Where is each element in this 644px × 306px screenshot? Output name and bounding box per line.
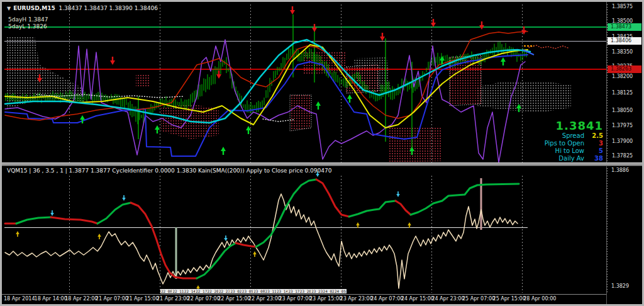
mini-timestamp: 22_23 [218,289,231,293]
mini-timestamp: 23_14 [276,289,289,293]
sell-arrow-icon [290,6,295,14]
buy-arrow-icon [16,231,19,237]
buy-arrow-icon [155,125,160,133]
time-axis-label: 18 Apr 14:00 [35,296,67,302]
buy-arrow-icon [221,147,226,155]
mini-timestamp: 22_11 [172,289,184,293]
signal-red-segment [131,203,197,278]
price-tick: 1.38200 [612,74,633,79]
time-axis-label: 18 Apr 2014 [4,296,35,302]
bid-price-display: 1.3841 [545,119,603,132]
time-axis-label: 28 Apr 00:00 [523,296,556,302]
indicator-header: VQM15 | 36 , 3.5 , 1 | 1.3877 1.3877 Cyc… [7,167,331,174]
time-axis[interactable]: 18 Apr 201418 Apr 14:0018 Apr 22:0021 Ap… [2,296,642,305]
red-dotted-cloud [136,75,150,86]
mini-timestamp: 22_17 [195,289,208,293]
spread-label: Spread [562,132,584,140]
symbol-timeframe: EURUSD,M15 [13,5,55,11]
mini-timestamp: 23_02 [230,289,242,293]
time-axis-label: 23 Apr 23:00 [340,296,373,302]
buy-arrow-icon [501,57,506,65]
pips-to-open-value: 3 [589,140,603,147]
buy-arrow-icon [246,126,251,134]
time-axis-label: 21 Apr 07:00 [96,296,128,302]
mini-timestamp: 23_23 [311,289,323,293]
ohlc-values: 1.38437 1.38437 1.38390 1.38406 [58,5,157,11]
indicator-axis-max: 1.3886 [611,167,629,173]
panel-divider[interactable] [2,162,642,166]
signal-green-segment [16,217,51,224]
buy-arrow-icon [97,234,101,239]
price-tick: 1.38350 [612,49,633,55]
current-price-tag: 1.38406 [608,37,641,45]
signal-red-segment [51,217,97,224]
sell-arrow-icon [479,21,484,30]
time-axis-label: 24 Apr 15:00 [401,296,434,302]
price-tick: 1.37975 [612,123,633,128]
symbol-dropdown-icon[interactable]: ▼ [7,6,11,11]
info-row-spread: Spread 2.5 [545,132,603,140]
time-axis-label: 21 Apr 23:00 [157,296,189,302]
mini-timestamp: 23_08 [253,289,265,293]
red-dotted-cloud [290,95,311,131]
market-info-panel: 1.3841 Spread 2.5 Pips to Open 3 Hi to L… [545,119,603,162]
mini-timestamp: 23_20 [299,289,312,293]
mini-timestamp: 22_08 [160,289,173,293]
five-day-low-price-tag: 1.38263 [608,65,641,73]
price-tick: 1.37825 [612,153,633,159]
time-axis-label: 18 Apr 22:00 [65,296,97,302]
mini-timestamp: 22_20 [207,289,219,293]
signal-green-segment [197,243,236,278]
signal-green-segment [349,201,396,217]
sell-arrow-icon [110,57,115,65]
buy-arrow-icon [347,94,352,103]
time-axis-label: 21 Apr 15:00 [126,296,158,302]
time-axis-label: 23 Apr 15:00 [309,296,342,302]
sell-arrow-icon [431,19,436,27]
time-axis-label: 24 Apr 07:00 [370,296,403,302]
mini-timestamp: 22_14 [184,289,196,293]
time-axis-label: 22 Apr 07:00 [187,296,220,302]
mini-timestamp: 23_17 [287,289,300,293]
sell-arrow-icon [396,191,400,197]
dotted-trail [529,45,568,48]
info-row-hi-to-low: Hi to Low 5 [545,147,603,155]
time-axis-label: 22 Apr 15:00 [218,296,250,302]
info-row-pips-to-open: Pips to Open 3 [545,140,603,147]
pips-to-open-label: Pips to Open [545,140,584,147]
five-day-low-label: 5dayL 1.3826 [8,23,47,30]
buy-arrow-icon [316,101,321,110]
info-row-daily-av: Daily Av 38 [545,155,603,162]
sell-arrow-icon [224,235,228,241]
sell-arrow-icon [122,195,126,201]
signal-red-segment [396,201,411,215]
signal-red-segment [236,243,256,247]
mini-timestamp: 24_02 [323,289,335,293]
price-tick: 1.38125 [612,90,633,96]
price-tick: 1.38575 [612,4,633,9]
signal-green-segment [97,203,131,224]
price-tick: 1.37900 [612,139,633,144]
white-dotted-cloud [477,81,571,112]
hi-to-low-label: Hi to Low [555,147,584,155]
chart-title: ▼EURUSD,M15 1.38437 1.38437 1.38390 1.38… [7,5,158,11]
sell-arrow-icon [50,210,54,216]
vq-oscillator-line [5,194,518,288]
mini-timestamp: 23_05 [242,289,254,293]
red-dotted-cloud [389,127,442,162]
mini-timestamp: 23_11 [265,289,277,293]
daily-av-value: 38 [589,155,603,162]
time-axis-label: 25 Apr 07:00 [462,296,495,302]
spread-value: 2.5 [589,132,603,140]
time-axis-label: 25 Apr 15:00 [493,296,526,302]
sell-arrow-icon [380,33,385,41]
daily-av-label: Daily Av [558,155,584,162]
signal-green-segment [256,179,316,247]
price-tick: 1.38050 [612,108,633,113]
time-axis-label: 23 Apr 07:00 [279,296,311,302]
signal-red-segment [316,179,349,217]
price-axis[interactable]: 1.385751.385001.384251.383501.382751.382… [606,2,643,304]
sell-arrow-icon [312,24,317,32]
mini-timestamp: 24_05 [334,289,347,293]
time-axis-label: 22 Apr 23:00 [248,296,281,302]
